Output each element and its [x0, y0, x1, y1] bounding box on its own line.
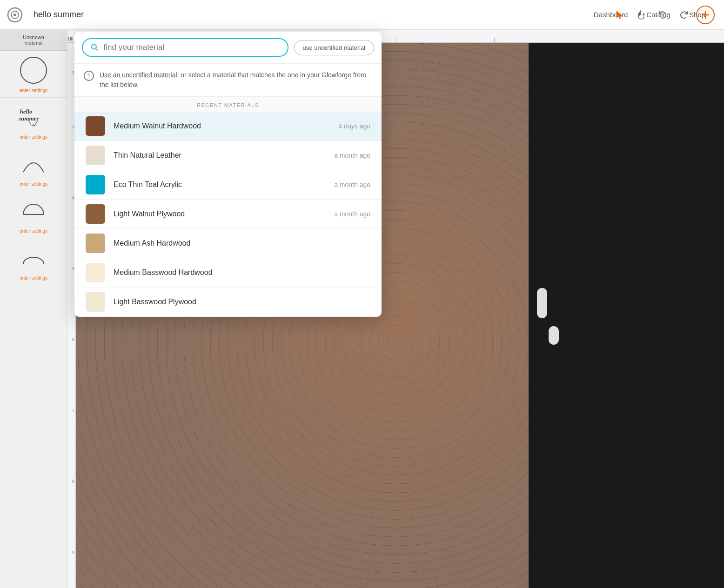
- toolbar: [610, 0, 724, 30]
- material-swatch: [86, 175, 105, 194]
- material-list: Medium Walnut Hardwood4 days agoThin Nat…: [74, 112, 382, 317]
- info-icon: ?: [84, 71, 94, 81]
- svg-point-15: [29, 122, 30, 123]
- redo-button[interactable]: [675, 6, 693, 24]
- hello-summer-icon: hello summer: [16, 104, 51, 134]
- sidebar-item-semicircle: enter settings: [0, 191, 67, 238]
- svg-point-17: [32, 125, 33, 126]
- material-item[interactable]: Light Basswood Plywood: [74, 287, 382, 317]
- ruler-mark-14: 14: [67, 36, 73, 41]
- semicircle-shape-icon: [19, 196, 48, 226]
- material-name: Thin Natural Leather: [114, 151, 326, 160]
- sidebar-item-circle: enter settings: [0, 51, 67, 98]
- search-input[interactable]: [104, 43, 280, 52]
- enter-settings-5[interactable]: enter settings: [20, 275, 47, 282]
- material-swatch: [86, 116, 105, 136]
- material-item[interactable]: Medium Ash Hardwood: [74, 229, 382, 258]
- svg-marker-3: [617, 11, 622, 19]
- pan-tool-button[interactable]: [632, 6, 650, 24]
- select-tool-button[interactable]: [610, 6, 629, 24]
- material-item[interactable]: Eco Thin Teal Acrylica month ago: [74, 170, 382, 200]
- material-time: a month ago: [334, 181, 370, 188]
- enter-settings-3[interactable]: enter settings: [20, 181, 47, 188]
- enter-settings-4[interactable]: enter settings: [20, 228, 47, 235]
- uncertified-material-button[interactable]: use uncertified material: [294, 40, 374, 55]
- sidebar-item-logo: hello summer enter settings: [0, 98, 67, 144]
- material-swatch: [86, 234, 105, 253]
- recent-materials-label: RECENT MATERIALS: [74, 97, 382, 112]
- app-title: hello summer: [30, 10, 594, 20]
- circle-shape-icon: [19, 55, 48, 85]
- search-box[interactable]: [82, 38, 288, 57]
- info-text: Use an uncertified material, or select a…: [100, 70, 372, 90]
- material-swatch: [86, 263, 105, 282]
- svg-point-14: [30, 124, 31, 125]
- material-time: a month ago: [334, 210, 370, 218]
- arrow-icon: [615, 10, 625, 20]
- logo-icon: [7, 7, 23, 23]
- svg-text:hello: hello: [20, 108, 32, 115]
- add-icon: [700, 10, 711, 20]
- svg-point-12: [36, 120, 37, 121]
- svg-point-10: [35, 124, 36, 125]
- material-item[interactable]: Medium Basswood Hardwood: [74, 258, 382, 287]
- material-time: 4 days ago: [339, 122, 371, 130]
- enter-settings-1[interactable]: enter settings: [20, 88, 47, 95]
- material-swatch: [86, 292, 105, 312]
- material-time: a month ago: [334, 152, 370, 159]
- capsule-shape-2: [549, 326, 559, 345]
- material-button[interactable]: Unknown material: [0, 30, 67, 51]
- material-dropdown: use uncertified material ? Use an uncert…: [74, 32, 382, 317]
- canvas-dark-panel: [529, 43, 724, 588]
- material-name: Light Walnut Plywood: [114, 210, 326, 218]
- undo-button[interactable]: [653, 6, 672, 24]
- svg-point-2: [13, 13, 16, 16]
- material-name: Medium Ash Hardwood: [114, 239, 362, 247]
- material-item[interactable]: Thin Natural Leathera month ago: [74, 141, 382, 170]
- svg-point-13: [31, 124, 32, 125]
- search-row: use uncertified material: [74, 32, 382, 64]
- svg-point-6: [20, 57, 47, 83]
- material-item[interactable]: Medium Walnut Hardwood4 days ago: [74, 112, 382, 141]
- search-icon: [90, 43, 99, 52]
- enter-settings-2[interactable]: enter settings: [20, 134, 47, 141]
- capsule-shape-1: [537, 288, 547, 318]
- material-swatch: [86, 146, 105, 165]
- sidebar-item-arc: enter settings: [0, 144, 67, 191]
- half-arc-shape-icon: [19, 243, 48, 273]
- top-nav: hello summer Dashboard Catalog Shop: [0, 0, 724, 30]
- material-swatch: [86, 204, 105, 224]
- svg-point-11: [36, 122, 37, 123]
- app-logo[interactable]: [0, 7, 30, 23]
- material-name: Eco Thin Teal Acrylic: [114, 180, 326, 189]
- info-row: ? Use an uncertified material, or select…: [74, 64, 382, 97]
- hand-icon: [636, 10, 646, 20]
- add-button[interactable]: [696, 6, 715, 24]
- material-name: Light Basswood Plywood: [114, 298, 362, 306]
- arc-shape-icon: [19, 149, 48, 179]
- material-name: Medium Walnut Hardwood: [114, 122, 330, 130]
- svg-line-21: [96, 48, 98, 50]
- left-sidebar: Unknown material enter settings hello su…: [0, 30, 67, 588]
- undo-icon: [657, 10, 668, 20]
- sidebar-item-half-arc: enter settings: [0, 238, 67, 285]
- uncertified-link[interactable]: Use an uncertified material: [100, 71, 177, 79]
- material-name: Medium Basswood Hardwood: [114, 268, 362, 277]
- svg-point-18: [34, 125, 35, 126]
- material-item[interactable]: Light Walnut Plywooda month ago: [74, 200, 382, 229]
- redo-icon: [679, 10, 689, 20]
- svg-point-9: [33, 124, 34, 125]
- svg-point-16: [28, 120, 29, 121]
